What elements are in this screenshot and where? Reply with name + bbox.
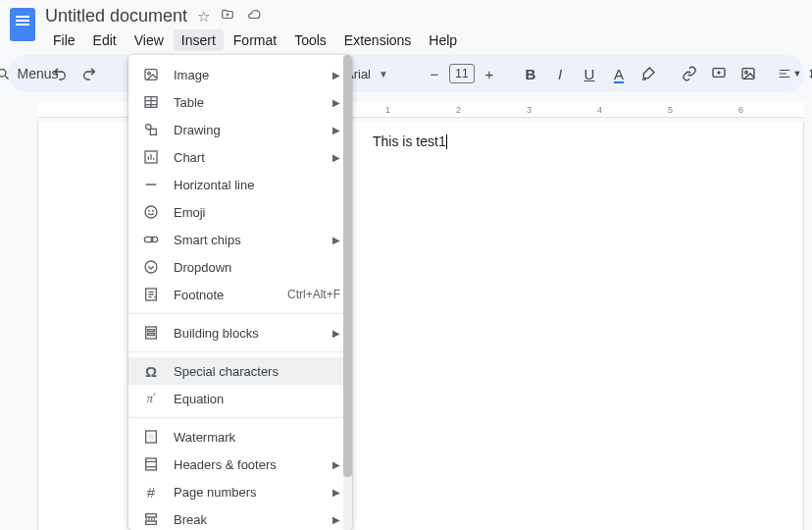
menu-help[interactable]: Help xyxy=(421,29,465,51)
underline-button[interactable]: U xyxy=(577,61,602,86)
redo-button[interactable] xyxy=(76,61,102,86)
insert-menu-break[interactable]: Break▶ xyxy=(128,505,352,530)
insert-menu-drawing[interactable]: Drawing▶ xyxy=(128,116,352,143)
insert-menu-emoji[interactable]: Emoji xyxy=(128,198,352,226)
ruler-tick: 2 xyxy=(456,105,461,115)
move-icon[interactable] xyxy=(220,8,235,26)
menu-insert[interactable]: Insert xyxy=(174,29,224,51)
svg-point-0 xyxy=(0,69,6,77)
document-title[interactable]: Untitled document xyxy=(45,6,187,26)
ruler-tick: 5 xyxy=(668,105,673,115)
menu-separator xyxy=(128,351,352,352)
bold-button[interactable]: B xyxy=(518,61,543,86)
line-spacing-button[interactable]: ▼ xyxy=(806,61,812,86)
chart-icon xyxy=(142,149,160,165)
font-size-increase[interactable]: + xyxy=(477,61,502,86)
docs-logo[interactable] xyxy=(10,8,35,41)
chevron-right-icon: ▶ xyxy=(332,459,340,470)
svg-rect-22 xyxy=(146,458,157,470)
chips-icon xyxy=(142,232,160,247)
table-icon xyxy=(142,94,160,110)
blocks-icon xyxy=(142,325,160,341)
svg-rect-15 xyxy=(151,237,158,241)
text-cursor xyxy=(446,134,447,149)
headers-icon xyxy=(142,456,160,472)
insert-menu-headers-footers[interactable]: Headers & footers▶ xyxy=(128,450,352,478)
insert-menu-dropdown[interactable]: Dropdown xyxy=(128,253,352,281)
ruler-tick: 6 xyxy=(738,105,743,115)
svg-rect-5 xyxy=(145,70,157,80)
dropdown-scrollbar-thumb[interactable] xyxy=(343,55,352,477)
menu-item-label: Building blocks xyxy=(174,326,319,341)
font-size-value[interactable]: 11 xyxy=(449,64,475,83)
insert-menu-dropdown: Image▶Table▶Drawing▶Chart▶Horizontal lin… xyxy=(128,55,352,530)
chevron-right-icon: ▶ xyxy=(332,152,340,163)
omega-icon: Ω xyxy=(142,363,160,380)
insert-menu-table[interactable]: Table▶ xyxy=(128,88,352,116)
menu-file[interactable]: File xyxy=(45,29,83,51)
insert-menu-page-numbers[interactable]: #Page numbers▶ xyxy=(128,478,352,505)
menu-item-label: Horizontal line xyxy=(174,178,340,192)
menu-item-label: Chart xyxy=(174,150,319,165)
menu-item-label: Drawing xyxy=(174,123,319,137)
chevron-right-icon: ▶ xyxy=(332,70,340,80)
insert-image-button[interactable] xyxy=(736,61,761,86)
svg-rect-2 xyxy=(742,69,754,80)
undo-button[interactable] xyxy=(47,61,73,86)
ruler-tick: 4 xyxy=(597,105,602,115)
insert-menu-horizontal-line[interactable]: Horizontal line xyxy=(128,171,352,198)
svg-point-11 xyxy=(145,206,157,218)
menu-view[interactable]: View xyxy=(127,29,172,51)
insert-menu-watermark[interactable]: Watermark xyxy=(128,423,352,450)
menu-format[interactable]: Format xyxy=(226,29,284,51)
insert-menu-image[interactable]: Image▶ xyxy=(128,61,352,88)
chevron-right-icon: ▶ xyxy=(332,97,340,108)
insert-link-button[interactable] xyxy=(677,61,702,86)
menu-item-label: Emoji xyxy=(174,205,340,220)
menu-separator xyxy=(128,313,352,314)
font-size-decrease[interactable]: − xyxy=(422,61,447,86)
emoji-icon xyxy=(142,204,160,220)
svg-rect-19 xyxy=(148,330,155,332)
chevron-right-icon: ▶ xyxy=(332,125,340,135)
dropdown-scrollbar-track[interactable] xyxy=(343,55,352,530)
menu-separator xyxy=(128,417,352,418)
star-icon[interactable]: ☆ xyxy=(197,8,210,26)
document-text: This is test1 xyxy=(373,133,446,149)
ruler-tick: 3 xyxy=(527,105,532,115)
highlight-button[interactable] xyxy=(635,61,661,86)
menu-edit[interactable]: Edit xyxy=(85,29,125,51)
menu-item-label: Footnote xyxy=(174,288,274,302)
chevron-down-icon: ▼ xyxy=(379,69,388,80)
menu-item-label: Page numbers xyxy=(174,485,319,500)
menu-item-label: Smart chips xyxy=(174,233,319,247)
search-menus-button[interactable]: Menus xyxy=(18,61,43,86)
text-color-button[interactable]: A xyxy=(606,61,632,86)
svg-rect-20 xyxy=(148,334,155,336)
svg-point-3 xyxy=(745,71,748,74)
chevron-right-icon: ▶ xyxy=(332,487,340,498)
footnote-icon xyxy=(142,287,160,302)
add-comment-button[interactable] xyxy=(706,61,732,86)
svg-rect-9 xyxy=(150,129,156,134)
align-button[interactable]: ▼ xyxy=(777,61,802,86)
svg-point-6 xyxy=(148,72,151,75)
insert-menu-building-blocks[interactable]: Building blocks▶ xyxy=(128,319,352,346)
insert-menu-special-characters[interactable]: ΩSpecial characters xyxy=(128,357,352,385)
shortcut-label: Ctrl+Alt+F xyxy=(287,288,340,301)
menu-extensions[interactable]: Extensions xyxy=(336,29,419,51)
menu-item-label: Equation xyxy=(174,392,340,406)
menu-item-label: Dropdown xyxy=(174,260,340,275)
insert-menu-footnote[interactable]: FootnoteCtrl+Alt+F xyxy=(128,281,352,308)
menu-item-label: Table xyxy=(174,95,319,110)
insert-menu-smart-chips[interactable]: Smart chips▶ xyxy=(128,226,352,253)
menu-tools[interactable]: Tools xyxy=(286,29,334,51)
cloud-status-icon[interactable] xyxy=(245,8,263,26)
insert-menu-equation[interactable]: π²Equation xyxy=(128,385,352,412)
insert-menu-chart[interactable]: Chart▶ xyxy=(128,143,352,171)
ruler-tick: 1 xyxy=(385,105,390,115)
svg-point-12 xyxy=(149,210,150,211)
left-gutter xyxy=(8,102,37,530)
chevron-right-icon: ▶ xyxy=(332,328,340,339)
italic-button[interactable]: I xyxy=(547,61,573,86)
